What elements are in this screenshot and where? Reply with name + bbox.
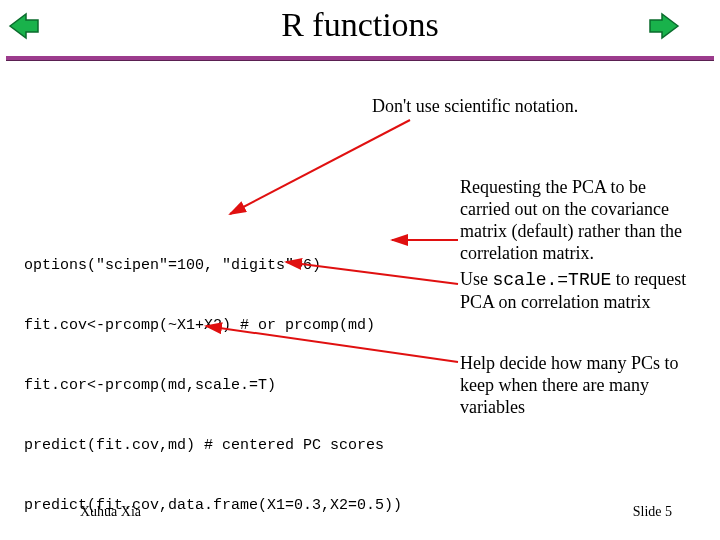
arrow-cor-icon bbox=[280, 256, 470, 296]
svg-line-2 bbox=[230, 120, 410, 214]
note-pca-cor: Use scale.=TRUE to request PCA on correl… bbox=[460, 268, 700, 313]
footer-author: Xuhua Xia bbox=[80, 504, 141, 520]
note-help: Help decide how many PCs to keep when th… bbox=[460, 352, 700, 418]
right-notes: Requesting the PCA to be carried out on … bbox=[460, 176, 700, 313]
arrow-help-icon bbox=[200, 320, 470, 380]
code-line-4: predict(fit.cov,md) # centered PC scores bbox=[24, 436, 402, 456]
footer-slide-number: Slide 5 bbox=[633, 504, 672, 520]
arrow-scipen-icon bbox=[210, 116, 430, 226]
slide: R functions Don't use scientific notatio… bbox=[0, 0, 720, 540]
note-pca-cor-code: scale.=TRUE bbox=[493, 270, 612, 290]
note-scipen: Don't use scientific notation. bbox=[372, 96, 578, 117]
title-divider bbox=[6, 56, 714, 62]
arrow-cov-icon bbox=[386, 230, 466, 250]
note-pca-cov: Requesting the PCA to be carried out on … bbox=[460, 176, 700, 264]
svg-line-4 bbox=[286, 262, 458, 284]
svg-line-5 bbox=[206, 326, 458, 362]
slide-title: R functions bbox=[0, 6, 720, 44]
